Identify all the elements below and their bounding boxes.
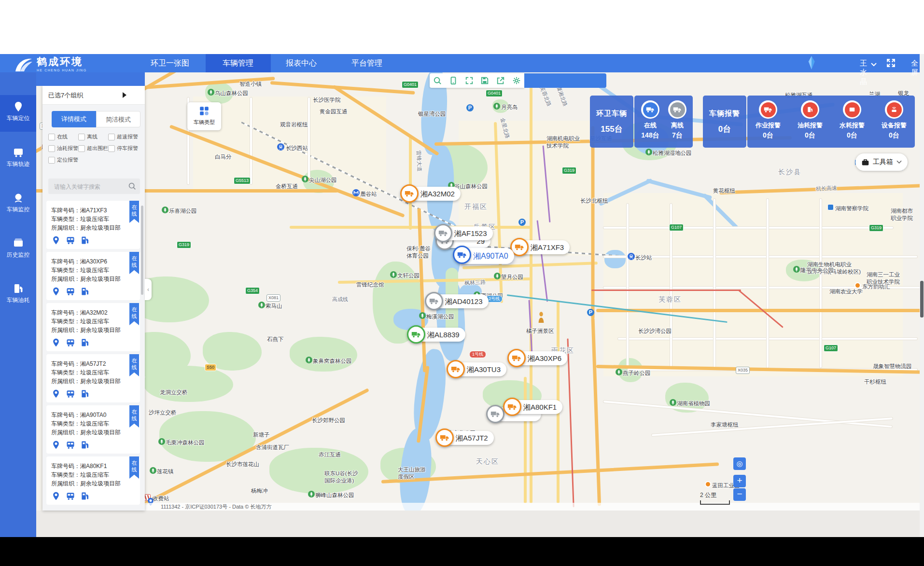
map-label: 尖山湖公园: [309, 177, 337, 184]
track-vehicle-icon[interactable]: [66, 389, 75, 399]
map-label: 雷锋纪念馆: [356, 281, 384, 289]
zoom-in-button[interactable]: +: [733, 475, 746, 487]
chevron-down-icon[interactable]: [871, 60, 877, 66]
share-icon[interactable]: [496, 76, 505, 85]
toolbar-active-segment[interactable]: [524, 73, 606, 88]
panel-scrollbar[interactable]: [141, 206, 143, 295]
track-vehicle-icon[interactable]: [66, 491, 75, 501]
locate-vehicle-icon[interactable]: [51, 338, 61, 347]
fullscreen-label[interactable]: 全屏: [911, 59, 918, 77]
locate-vehicle-icon[interactable]: [51, 235, 61, 245]
filter-6[interactable]: 停车报警: [108, 145, 138, 152]
fuel-vehicle-icon[interactable]: [80, 287, 90, 296]
map-toolbar: [430, 73, 524, 88]
filter-7[interactable]: 定位报警: [48, 156, 78, 164]
checkbox[interactable]: [48, 134, 55, 140]
map-label: 谷山森林公园: [454, 183, 488, 190]
expand-icon[interactable]: [465, 76, 474, 85]
fuel-vehicle-icon[interactable]: [80, 235, 90, 245]
zoom-search-icon[interactable]: [433, 76, 442, 85]
filter-5[interactable]: 超出围栏: [78, 145, 108, 152]
sidebar-item-3[interactable]: 车辆监控: [0, 186, 36, 223]
search-input[interactable]: [53, 179, 127, 195]
map-label: 芙蓉区: [658, 295, 682, 304]
locate-vehicle-icon[interactable]: [51, 389, 61, 399]
checkbox[interactable]: [108, 134, 115, 140]
alarm-total-title: 车辆报警: [703, 109, 746, 118]
chevron-down-icon: [896, 160, 902, 164]
scale-bar: [700, 500, 730, 505]
fullscreen-icon[interactable]: [886, 58, 896, 68]
sidebar-item-4[interactable]: 历史监控: [0, 232, 36, 268]
search-icon[interactable]: [128, 182, 136, 190]
user-name[interactable]: 王水晶: [860, 59, 867, 86]
sidebar-item-1[interactable]: 车辆定位: [0, 95, 36, 132]
bottom-gray-strip: [0, 511, 924, 537]
filter-2[interactable]: 离线: [78, 133, 98, 140]
panel-collapse-button[interactable]: ‹: [145, 279, 152, 300]
tree-icon: [793, 266, 800, 275]
track-vehicle-icon[interactable]: [66, 235, 75, 245]
filter-1[interactable]: 在线: [48, 133, 68, 140]
checkbox[interactable]: [78, 134, 85, 140]
fuel-vehicle-icon[interactable]: [80, 389, 90, 399]
filter-4[interactable]: 油耗报警: [48, 145, 78, 152]
vehicle-card-1[interactable]: 车牌号码：湘A71XF3车辆类型：垃圾压缩车所属组织：厨余垃圾项目部在线: [46, 201, 140, 249]
map-label: 麓谷站: [360, 191, 377, 198]
vehicle-card-3[interactable]: 车牌号码：湘A32M02车辆类型：垃圾压缩车所属组织：厨余垃圾项目部在线: [46, 303, 140, 351]
vehicle-org: 所属组织：厨余垃圾项目部: [51, 377, 121, 386]
fuel-vehicle-icon[interactable]: [80, 440, 90, 450]
logo-subtitle: HE CHENG HUAN JING: [37, 69, 87, 72]
toolbox-button[interactable]: 工具箱: [855, 153, 908, 171]
locate-vehicle-icon[interactable]: [51, 440, 61, 450]
vehicle-type-label: 车辆类型: [187, 119, 221, 126]
org-selector[interactable]: 已选7个组织: [42, 86, 145, 105]
checkbox[interactable]: [48, 157, 55, 164]
page-scrollbar-thumb[interactable]: [920, 281, 924, 318]
truck-status-icon: [668, 100, 686, 119]
checkbox[interactable]: [108, 145, 115, 152]
stat-column: 作业报警0台: [750, 100, 786, 140]
expand-right-icon[interactable]: [123, 92, 126, 98]
alarm-total-count: 0台: [703, 124, 746, 135]
tab-1[interactable]: 详情模式: [52, 111, 96, 127]
nav-item-3[interactable]: 报表中心: [275, 54, 328, 72]
map-label: 新塘子: [253, 431, 270, 439]
dot-icon: [705, 481, 711, 487]
locate-button[interactable]: ◎: [733, 457, 746, 470]
nav-item-4[interactable]: 平台管理: [340, 54, 393, 72]
track-vehicle-icon[interactable]: [66, 338, 75, 347]
device-icon[interactable]: [449, 76, 458, 85]
fuel-vehicle-icon[interactable]: [80, 338, 90, 347]
nav-item-2[interactable]: 车辆管理: [206, 54, 271, 72]
vehicle-card-5[interactable]: 车牌号码：湘A90TA0车辆类型：垃圾压缩车所属组织：厨余垃圾项目部在线: [46, 405, 140, 454]
vehicle-type-button[interactable]: 车辆类型: [187, 102, 221, 130]
nav-item-1[interactable]: 环卫一张图: [138, 54, 203, 72]
locate-vehicle-icon[interactable]: [51, 491, 61, 501]
user-avatar[interactable]: [804, 55, 819, 70]
zoom-out-button[interactable]: −: [733, 488, 746, 501]
vehicle-card-6[interactable]: 车牌号码：湘A80KF1车辆类型：垃圾压缩车所属组织：厨余垃圾项目部在线: [46, 456, 140, 505]
fuel-icon: [13, 283, 24, 294]
vehicle-plate: 车牌号码：湘A57JT2: [51, 360, 106, 368]
save-icon[interactable]: [480, 76, 489, 85]
fuel-vehicle-icon[interactable]: [80, 491, 90, 501]
briefcase-icon: [861, 158, 869, 166]
sidebar-item-5[interactable]: 车辆油耗: [0, 277, 36, 314]
vehicle-card-2[interactable]: 车牌号码：湘A30XP6车辆类型：垃圾压缩车所属组织：厨余垃圾项目部在线: [46, 252, 140, 300]
vehicle-card-4[interactable]: 车牌号码：湘A57JT2车辆类型：垃圾压缩车所属组织：厨余垃圾项目部在线: [46, 354, 140, 402]
locate-vehicle-icon[interactable]: [51, 287, 61, 296]
filter-3[interactable]: 超速报警: [108, 133, 138, 140]
checkbox[interactable]: [48, 145, 55, 152]
vehicle-plate: 车牌号码：湘A71XF3: [51, 207, 107, 215]
sidebar-item-2[interactable]: 车辆轨迹: [0, 141, 36, 178]
video-icon: [13, 237, 24, 249]
stat-column: 水耗报警0台: [834, 100, 870, 140]
map-label: 白马分: [215, 153, 232, 161]
track-vehicle-icon[interactable]: [66, 287, 75, 296]
tab-2[interactable]: 简洁模式: [96, 111, 140, 127]
map-label: 月亮岛: [501, 104, 518, 111]
track-vehicle-icon[interactable]: [66, 440, 75, 450]
checkbox[interactable]: [78, 145, 85, 152]
gear-icon[interactable]: [512, 76, 521, 85]
